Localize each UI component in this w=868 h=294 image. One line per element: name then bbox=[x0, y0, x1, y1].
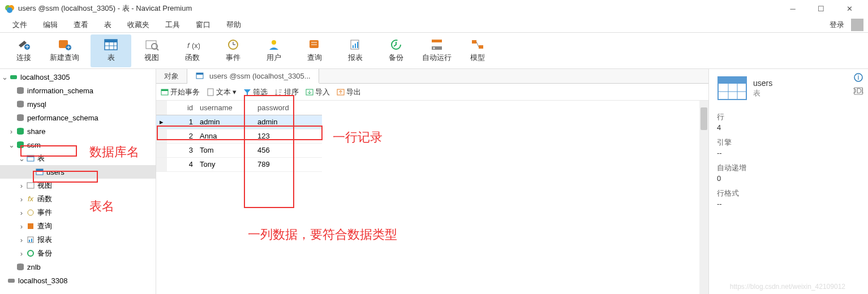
table-icon bbox=[35, 167, 44, 176]
table-row[interactable]: 2 Anna 123 bbox=[156, 129, 322, 143]
info-icon[interactable]: i bbox=[853, 72, 863, 83]
menu-file[interactable]: 文件 bbox=[5, 20, 35, 30]
begin-transaction-button[interactable]: 开始事务 bbox=[161, 87, 200, 97]
connection-node[interactable]: localhost_3308 bbox=[0, 274, 156, 287]
tab-users-table[interactable]: users @ssm (localhost_3305... bbox=[187, 69, 319, 84]
table-row[interactable]: 3 Tom 456 bbox=[156, 143, 322, 157]
menu-view[interactable]: 查看 bbox=[66, 20, 96, 30]
tool-event[interactable]: 事件 bbox=[213, 34, 253, 67]
views-folder[interactable]: ›视图 bbox=[0, 179, 156, 192]
vertical-scrollbar[interactable] bbox=[699, 101, 708, 294]
tool-report[interactable]: 报表 bbox=[335, 34, 376, 67]
tool-user[interactable]: 用户 bbox=[253, 34, 294, 67]
text-button[interactable]: 文本 ▾ bbox=[207, 87, 237, 97]
prop-autoinc-value: 0 bbox=[717, 174, 841, 183]
svg-rect-67 bbox=[8, 279, 15, 283]
svg-point-2 bbox=[7, 7, 12, 13]
svg-text:fx: fx bbox=[28, 195, 34, 203]
tool-new-query[interactable]: + 新建查询 bbox=[44, 34, 85, 67]
tool-function[interactable]: f(x) 函数 bbox=[172, 34, 213, 67]
menu-tools[interactable]: 工具 bbox=[157, 20, 188, 30]
events-folder[interactable]: ›事件 bbox=[0, 206, 156, 219]
automation-icon bbox=[429, 38, 444, 51]
table-icon bbox=[26, 154, 35, 163]
database-node[interactable]: performance_schema bbox=[0, 111, 156, 124]
menu-table[interactable]: 表 bbox=[96, 20, 119, 30]
column-header-username[interactable]: username bbox=[196, 101, 254, 115]
column-header-password[interactable]: password bbox=[254, 101, 322, 115]
svg-rect-55 bbox=[36, 169, 43, 171]
plug-icon: + bbox=[16, 38, 31, 51]
table-users[interactable]: users bbox=[0, 165, 156, 179]
svg-text:DDL: DDL bbox=[853, 87, 863, 95]
export-button[interactable]: 导出 bbox=[337, 87, 361, 97]
avatar-icon[interactable] bbox=[851, 19, 863, 31]
database-node[interactable]: information_schema bbox=[0, 84, 156, 97]
svg-point-58 bbox=[28, 210, 33, 215]
prop-rows-label: 行 bbox=[717, 112, 841, 122]
info-panel: users 表 行 4 引擎 -- 自动递增 0 行格式 -- i DDL bbox=[708, 69, 868, 294]
menu-window[interactable]: 窗口 bbox=[188, 20, 218, 30]
svg-rect-61 bbox=[29, 240, 30, 242]
table-row[interactable]: ▸ 1 admin admin bbox=[156, 115, 322, 129]
tables-folder[interactable]: ⌄表 bbox=[0, 152, 156, 165]
tool-backup[interactable]: 备份 bbox=[376, 34, 416, 67]
tool-automation[interactable]: 自动运行 bbox=[416, 34, 457, 67]
database-icon bbox=[16, 127, 25, 136]
menu-bar: 文件 编辑 查看 表 收藏夹 工具 窗口 帮助 登录 bbox=[0, 17, 868, 33]
main-toolbar: + 连接 + 新建查询 表 视图 f(x) 函数 事件 用户 查询 报表 备份 … bbox=[0, 33, 868, 69]
reports-folder[interactable]: ›报表 bbox=[0, 233, 156, 247]
column-header-id[interactable]: id bbox=[167, 101, 196, 115]
ddl-icon[interactable]: DDL bbox=[853, 86, 863, 96]
window-title: users @ssm (localhost_3305) - 表 - Navica… bbox=[18, 3, 784, 14]
table-row[interactable]: 4 Tony 789 bbox=[156, 157, 322, 171]
prop-autoinc-label: 自动递增 bbox=[717, 163, 841, 173]
svg-text:(x): (x) bbox=[192, 41, 200, 50]
database-node[interactable]: mysql bbox=[0, 97, 156, 111]
data-grid[interactable]: id username password ▸ 1 admin admin 2 A… bbox=[156, 101, 708, 294]
menu-favorites[interactable]: 收藏夹 bbox=[119, 20, 157, 30]
login-link[interactable]: 登录 bbox=[830, 20, 848, 30]
svg-rect-27 bbox=[355, 44, 356, 48]
svg-rect-26 bbox=[353, 45, 354, 48]
tool-model[interactable]: 模型 bbox=[457, 34, 498, 67]
tool-query[interactable]: 查询 bbox=[294, 34, 335, 67]
table-icon bbox=[195, 71, 204, 80]
svg-rect-36 bbox=[10, 75, 17, 79]
tool-table[interactable]: 表 bbox=[91, 34, 131, 67]
functions-folder[interactable]: ›fx函数 bbox=[0, 192, 156, 206]
close-button[interactable]: ✕ bbox=[841, 5, 858, 13]
prop-engine-value: -- bbox=[717, 149, 841, 157]
menu-edit[interactable]: 编辑 bbox=[35, 20, 66, 30]
connection-node[interactable]: ⌄localhost_3305 bbox=[0, 70, 156, 84]
database-icon bbox=[16, 113, 25, 122]
function-icon: fx bbox=[26, 194, 35, 204]
tab-object[interactable]: 对象 bbox=[156, 69, 187, 83]
maximize-button[interactable]: ☐ bbox=[813, 5, 830, 13]
report-icon bbox=[348, 38, 363, 51]
database-node[interactable]: znlb bbox=[0, 260, 156, 274]
connection-tree: ⌄localhost_3305 information_schema mysql… bbox=[0, 69, 156, 294]
function-icon: f(x) bbox=[185, 38, 200, 51]
tool-view[interactable]: 视图 bbox=[131, 34, 172, 67]
minimize-button[interactable]: ─ bbox=[784, 5, 801, 13]
import-button[interactable]: 导入 bbox=[306, 87, 330, 97]
svg-rect-22 bbox=[310, 40, 319, 48]
svg-rect-34 bbox=[479, 45, 483, 49]
sort-button[interactable]: 排序 bbox=[274, 87, 299, 97]
svg-rect-13 bbox=[146, 41, 156, 49]
svg-point-39 bbox=[17, 92, 24, 94]
title-bar: users @ssm (localhost_3305) - 表 - Navica… bbox=[0, 0, 868, 17]
filter-button[interactable]: 筛选 bbox=[243, 87, 268, 97]
database-node[interactable]: ›share bbox=[0, 124, 156, 138]
report-icon bbox=[26, 235, 35, 244]
tool-connect[interactable]: + 连接 bbox=[3, 34, 44, 67]
svg-rect-56 bbox=[27, 183, 34, 188]
database-node-ssm[interactable]: ⌄ssm bbox=[0, 138, 156, 152]
svg-point-51 bbox=[17, 146, 24, 148]
view-icon bbox=[26, 181, 35, 190]
menu-help[interactable]: 帮助 bbox=[218, 20, 249, 30]
queries-folder[interactable]: ›查询 bbox=[0, 219, 156, 233]
database-icon bbox=[16, 262, 25, 271]
backups-folder[interactable]: ›备份 bbox=[0, 247, 156, 260]
